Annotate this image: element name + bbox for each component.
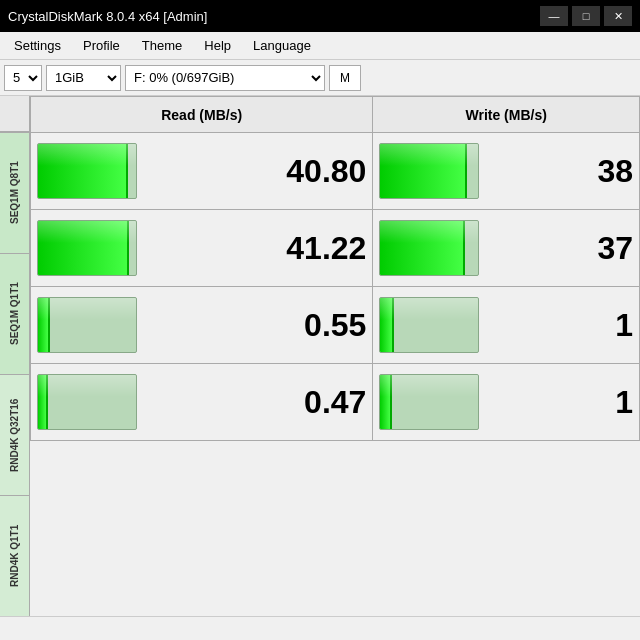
read-cell-1: 41.22 [31,210,373,287]
row-labels: SEQ1M Q8T1 SEQ1M Q1T1 RND4K Q32T16 RND4K… [0,96,30,616]
maximize-button[interactable]: □ [572,6,600,26]
menu-bar: Settings Profile Theme Help Language [0,32,640,60]
close-button[interactable]: ✕ [604,6,632,26]
data-table: Read (MB/s) Write (MB/s) 40.803841.22370… [30,96,640,441]
read-value-1: 41.22 [145,230,366,267]
write-bar-1 [379,220,479,276]
size-select[interactable]: 1GiB 512MiB 2GiB 4GiB [46,65,121,91]
read-bar-1 [37,220,137,276]
mode-button[interactable]: M [329,65,361,91]
write-bar-2 [379,297,479,353]
status-bar [0,616,640,640]
menu-theme[interactable]: Theme [132,34,192,57]
write-cell-2: 1 [373,287,640,364]
read-bar-0 [37,143,137,199]
read-cell-3: 0.47 [31,364,373,441]
toolbar: 5 1 3 9 1GiB 512MiB 2GiB 4GiB F: 0% (0/6… [0,60,640,96]
read-value-3: 0.47 [145,384,366,421]
write-value-0: 38 [487,153,633,190]
read-cell-2: 0.55 [31,287,373,364]
write-bar-3 [379,374,479,430]
write-bar-0 [379,143,479,199]
read-value-0: 40.80 [145,153,366,190]
row-label-header [0,96,29,132]
data-table-wrapper: Read (MB/s) Write (MB/s) 40.803841.22370… [30,96,640,616]
title-bar: CrystalDiskMark 8.0.4 x64 [Admin] — □ ✕ [0,0,640,32]
row-label-2: RND4K Q32T16 [0,374,29,495]
drive-select[interactable]: F: 0% (0/697GiB) [125,65,325,91]
read-value-2: 0.55 [145,307,366,344]
row-label-3: RND4K Q1T1 [0,495,29,616]
menu-help[interactable]: Help [194,34,241,57]
table-row: 40.8038 [31,133,640,210]
write-value-1: 37 [487,230,633,267]
write-cell-3: 1 [373,364,640,441]
write-cell-0: 38 [373,133,640,210]
window-controls: — □ ✕ [540,6,632,26]
table-row: 0.551 [31,287,640,364]
menu-profile[interactable]: Profile [73,34,130,57]
read-cell-0: 40.80 [31,133,373,210]
menu-language[interactable]: Language [243,34,321,57]
col-write-header: Write (MB/s) [373,97,640,133]
write-value-3: 1 [487,384,633,421]
table-row: 0.471 [31,364,640,441]
write-cell-1: 37 [373,210,640,287]
row-label-0: SEQ1M Q8T1 [0,132,29,253]
table-row: 41.2237 [31,210,640,287]
row-label-1: SEQ1M Q1T1 [0,253,29,374]
read-bar-3 [37,374,137,430]
write-value-2: 1 [487,307,633,344]
col-read-header: Read (MB/s) [31,97,373,133]
read-bar-2 [37,297,137,353]
main-content: SEQ1M Q8T1 SEQ1M Q1T1 RND4K Q32T16 RND4K… [0,96,640,616]
runs-select[interactable]: 5 1 3 9 [4,65,42,91]
menu-settings[interactable]: Settings [4,34,71,57]
window-title: CrystalDiskMark 8.0.4 x64 [Admin] [8,9,207,24]
minimize-button[interactable]: — [540,6,568,26]
